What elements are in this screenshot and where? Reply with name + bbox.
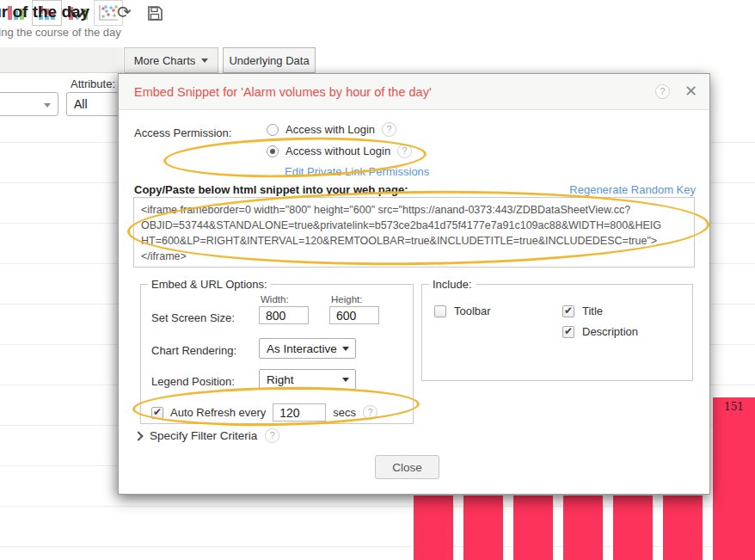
snippet-line: HT=600&LP=RIGHT&INTERVAL=120&REMTOOLBAR=… xyxy=(141,233,687,249)
legend-position-select[interactable]: Right xyxy=(259,369,356,390)
snippet-line: <iframe frameborder=0 width="800" height… xyxy=(141,202,687,218)
help-icon[interactable]: ? xyxy=(397,144,412,158)
help-icon[interactable]: ? xyxy=(363,405,378,420)
edit-private-link-permissions-link[interactable]: Edit Private Link Permissions xyxy=(285,165,429,178)
toolbar-label: Toolbar xyxy=(454,305,491,317)
height-label: Height: xyxy=(331,294,362,305)
chart-bar xyxy=(663,495,703,560)
auto-refresh-checkbox[interactable] xyxy=(151,407,163,419)
more-charts-label: More Charts xyxy=(134,54,196,67)
close-icon[interactable]: ✕ xyxy=(684,82,697,101)
access-with-login-label: Access with Login xyxy=(285,123,375,136)
include-group: Include: Toolbar Title Description xyxy=(421,278,693,381)
include-description-option[interactable]: Description xyxy=(562,325,638,338)
include-title-option[interactable]: Title xyxy=(562,305,603,317)
description-checkbox[interactable] xyxy=(562,326,574,338)
specify-filter-criteria-label: Specify Filter Criteria xyxy=(150,429,257,442)
width-label: Width: xyxy=(261,294,289,305)
specify-filter-criteria-expander[interactable]: Specify Filter Criteria ? xyxy=(135,428,279,443)
bar-value-label: 151 xyxy=(713,397,755,413)
chart-bar xyxy=(563,495,603,560)
access-without-login-label: Access without Login xyxy=(285,145,390,157)
auto-refresh-row: Auto Refresh every secs ? xyxy=(151,403,378,422)
description-label: Description xyxy=(582,325,638,338)
floppy-icon xyxy=(147,5,163,22)
secs-label: secs xyxy=(333,406,356,419)
include-legend: Include: xyxy=(429,278,476,291)
page-title: Alarm volumes by hour of the day xyxy=(0,3,89,22)
attribute-value: All xyxy=(74,97,88,111)
left-filter-select[interactable] xyxy=(0,92,58,116)
chevron-down-icon xyxy=(201,58,208,66)
help-icon[interactable]: ? xyxy=(265,428,279,443)
chevron-right-icon xyxy=(133,431,143,440)
chart-rendering-label: Chart Rendering: xyxy=(151,344,236,357)
chart-rendering-value: As Interactive xyxy=(267,342,337,355)
underlying-data-label: Underlying Data xyxy=(229,54,309,67)
embed-snippet-textbox[interactable]: <iframe frameborder=0 width="800" height… xyxy=(133,197,695,268)
regenerate-random-key-link[interactable]: Regenerate Random Key xyxy=(569,183,696,196)
legend-position-value: Right xyxy=(267,373,294,386)
title-checkbox[interactable] xyxy=(562,305,574,317)
page: 151 Alarm volumes by hour of the day Ala… xyxy=(0,0,755,560)
chart-bar xyxy=(463,495,503,560)
auto-refresh-label: Auto Refresh every xyxy=(170,406,266,419)
radio-access-with-login[interactable] xyxy=(267,124,279,136)
access-permission-label: Access Permission: xyxy=(134,126,231,139)
chevron-down-icon xyxy=(342,378,349,385)
chart-type-toolbar xyxy=(0,47,123,73)
chart-rendering-select[interactable]: As Interactive xyxy=(259,338,356,359)
set-screen-size-label: Set Screen Size: xyxy=(151,311,235,324)
dialog-title: Embed Snippet for 'Alarm volumes by hour… xyxy=(134,74,432,110)
snippet-line: </iframe> xyxy=(141,249,687,264)
embed-url-options-legend: Embed & URL Options: xyxy=(148,278,271,291)
radio-access-without-login[interactable] xyxy=(267,145,279,157)
copy-paste-label: Copy/Paste below html snippet into your … xyxy=(134,183,408,196)
more-charts-button[interactable]: More Charts xyxy=(124,47,218,73)
help-icon[interactable]: ? xyxy=(655,84,670,99)
attribute-label: Attribute: xyxy=(71,77,115,90)
save-icon[interactable] xyxy=(147,5,163,25)
dialog-header: Embed Snippet for 'Alarm volumes by hour… xyxy=(119,74,709,110)
include-toolbar-option[interactable]: Toolbar xyxy=(434,305,491,317)
chevron-down-icon xyxy=(44,103,51,111)
access-with-login-option[interactable]: Access with Login ? xyxy=(267,122,396,137)
embed-snippet-dialog: Embed Snippet for 'Alarm volumes by hour… xyxy=(118,73,710,495)
chevron-down-icon xyxy=(342,347,349,354)
close-button[interactable]: Close xyxy=(375,455,439,479)
underlying-data-button[interactable]: Underlying Data xyxy=(223,47,316,73)
embed-url-options-group: Embed & URL Options: Set Screen Size: Wi… xyxy=(140,278,414,424)
title-label: Title xyxy=(582,305,603,317)
page-subtitle: Alarm volumes during the course of the d… xyxy=(0,26,121,39)
chart-bar xyxy=(613,495,653,560)
help-icon[interactable]: ? xyxy=(382,122,396,137)
toolbar-checkbox[interactable] xyxy=(434,305,446,317)
width-input[interactable] xyxy=(259,306,309,324)
chart-bar xyxy=(414,495,453,560)
snippet-line: OBJID=53744&STANDALONE=true&privatelink=… xyxy=(141,218,687,233)
access-without-login-option[interactable]: Access without Login ? xyxy=(267,144,412,158)
auto-refresh-interval-input[interactable] xyxy=(273,403,326,422)
height-input[interactable] xyxy=(329,306,379,324)
chart-bar-151[interactable]: 151 xyxy=(713,397,755,560)
refresh-icon[interactable]: ⟳ xyxy=(117,3,132,21)
chart-bar xyxy=(513,495,553,560)
legend-position-label: Legend Position: xyxy=(151,375,235,388)
